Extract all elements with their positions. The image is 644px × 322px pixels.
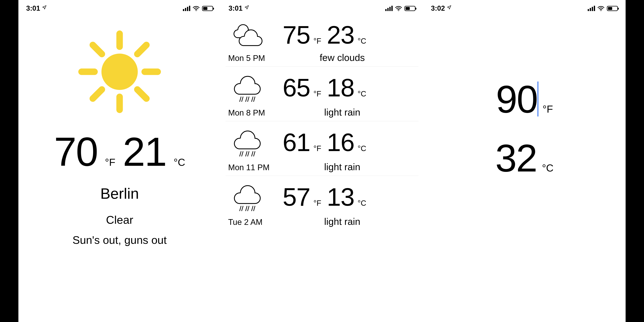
svg-line-15 bbox=[252, 97, 253, 102]
svg-line-20 bbox=[248, 152, 249, 156]
location-icon bbox=[42, 5, 47, 11]
fahrenheit-input-row[interactable]: 90 °F bbox=[496, 80, 553, 119]
svg-line-27 bbox=[252, 206, 253, 211]
forecast-row[interactable]: 75 °F 23 °C Mon 5 PM few clouds bbox=[226, 16, 418, 66]
fahrenheit-value: 90 bbox=[496, 78, 538, 121]
status-time: 3:01 bbox=[228, 4, 242, 12]
unit-f-label: °F bbox=[314, 90, 321, 98]
temp-celsius: 21 bbox=[123, 132, 166, 172]
text-cursor bbox=[538, 82, 538, 116]
condition-label: Clear bbox=[18, 213, 221, 226]
unit-c-label: °C bbox=[358, 36, 366, 46]
svg-line-22 bbox=[254, 152, 255, 156]
svg-line-9 bbox=[93, 90, 102, 98]
phone-screen-editor: 3:02 90 °F 32 °C bbox=[423, 0, 626, 322]
rain-icon bbox=[226, 126, 277, 159]
svg-point-10 bbox=[398, 10, 399, 11]
forecast-temp-c: 16 bbox=[327, 130, 354, 155]
unit-c-label: °C bbox=[358, 199, 366, 208]
cellular-icon bbox=[385, 6, 393, 11]
forecast-temp-c: 23 bbox=[327, 22, 354, 48]
unit-c-label: °C bbox=[358, 144, 366, 153]
unit-c-label: °C bbox=[174, 156, 185, 168]
unit-c-label: °C bbox=[542, 162, 554, 174]
svg-line-7 bbox=[137, 90, 146, 98]
status-time: 3:02 bbox=[431, 4, 445, 12]
celsius-value: 32 bbox=[495, 139, 537, 178]
status-bar: 3:01 bbox=[18, 0, 221, 14]
svg-line-17 bbox=[240, 152, 241, 156]
forecast-temp-c: 13 bbox=[327, 184, 354, 210]
forecast-temp-f: 57 bbox=[282, 184, 310, 210]
status-bar: 3:01 bbox=[221, 0, 423, 14]
battery-icon bbox=[607, 6, 618, 11]
unit-f-label: °F bbox=[314, 36, 321, 46]
svg-line-21 bbox=[252, 152, 253, 156]
svg-line-25 bbox=[246, 206, 247, 211]
unit-f-label: °F bbox=[314, 144, 321, 153]
cellular-icon bbox=[588, 6, 595, 11]
svg-line-13 bbox=[246, 97, 247, 102]
city-label: Berlin bbox=[18, 185, 221, 202]
location-icon bbox=[447, 5, 452, 11]
battery-icon bbox=[202, 6, 213, 11]
svg-line-18 bbox=[242, 152, 243, 156]
svg-line-19 bbox=[246, 152, 247, 156]
celsius-output-row[interactable]: 32 °C bbox=[495, 139, 554, 178]
status-bar: 3:02 bbox=[423, 0, 626, 14]
wifi-icon bbox=[193, 6, 200, 11]
forecast-list[interactable]: 75 °F 23 °C Mon 5 PM few clouds bbox=[221, 16, 423, 230]
quip-label: Sun's out, guns out bbox=[18, 234, 221, 246]
forecast-time: Tue 2 AM bbox=[226, 218, 277, 227]
forecast-desc: light rain bbox=[277, 216, 418, 227]
few-clouds-icon bbox=[226, 20, 277, 50]
current-temperature: 70 °F 21 °C bbox=[18, 132, 221, 172]
svg-point-1 bbox=[102, 54, 138, 90]
phone-screen-forecast: 3:01 bbox=[221, 0, 423, 322]
unit-f-label: °F bbox=[314, 199, 321, 208]
forecast-temp-f: 75 bbox=[282, 22, 310, 48]
svg-line-8 bbox=[137, 45, 146, 54]
sun-icon bbox=[18, 28, 221, 115]
status-time: 3:01 bbox=[26, 4, 40, 12]
location-icon bbox=[244, 5, 249, 11]
svg-point-0 bbox=[196, 10, 196, 11]
unit-c-label: °C bbox=[358, 90, 366, 98]
forecast-temp-f: 61 bbox=[282, 130, 310, 155]
svg-line-16 bbox=[254, 97, 255, 102]
rain-icon bbox=[226, 71, 277, 104]
forecast-temp-f: 65 bbox=[282, 75, 310, 100]
fahrenheit-input[interactable]: 90 bbox=[496, 80, 538, 119]
temp-fahrenheit: 70 bbox=[54, 132, 98, 172]
unit-f-label: °F bbox=[542, 103, 553, 115]
phone-screen-current: 3:01 bbox=[18, 0, 221, 322]
forecast-time: Mon 5 PM bbox=[226, 54, 277, 63]
svg-line-26 bbox=[248, 206, 249, 211]
forecast-time: Mon 11 PM bbox=[226, 163, 277, 172]
svg-point-29 bbox=[600, 10, 601, 11]
cellular-icon bbox=[183, 6, 190, 11]
svg-line-28 bbox=[254, 206, 255, 211]
rain-icon bbox=[226, 180, 277, 214]
unit-f-label: °F bbox=[105, 156, 115, 168]
svg-line-6 bbox=[93, 45, 102, 54]
forecast-row[interactable]: 61 °F 16 °C Mon 11 PM light rain bbox=[226, 121, 418, 176]
forecast-desc: light rain bbox=[277, 107, 418, 118]
forecast-row[interactable]: 57 °F 13 °C Tue 2 AM light rain bbox=[226, 176, 418, 230]
forecast-temp-c: 18 bbox=[327, 75, 354, 100]
forecast-row[interactable]: 65 °F 18 °C Mon 8 PM light rain bbox=[226, 66, 418, 121]
wifi-icon bbox=[598, 6, 604, 11]
battery-icon bbox=[404, 6, 416, 11]
svg-line-14 bbox=[248, 97, 249, 102]
svg-line-12 bbox=[242, 97, 243, 102]
forecast-desc: light rain bbox=[277, 161, 418, 172]
svg-line-11 bbox=[240, 97, 241, 102]
svg-line-23 bbox=[240, 206, 241, 211]
forecast-desc: few clouds bbox=[277, 52, 418, 63]
wifi-icon bbox=[395, 6, 402, 11]
svg-line-24 bbox=[242, 206, 243, 211]
forecast-time: Mon 8 PM bbox=[226, 108, 277, 118]
